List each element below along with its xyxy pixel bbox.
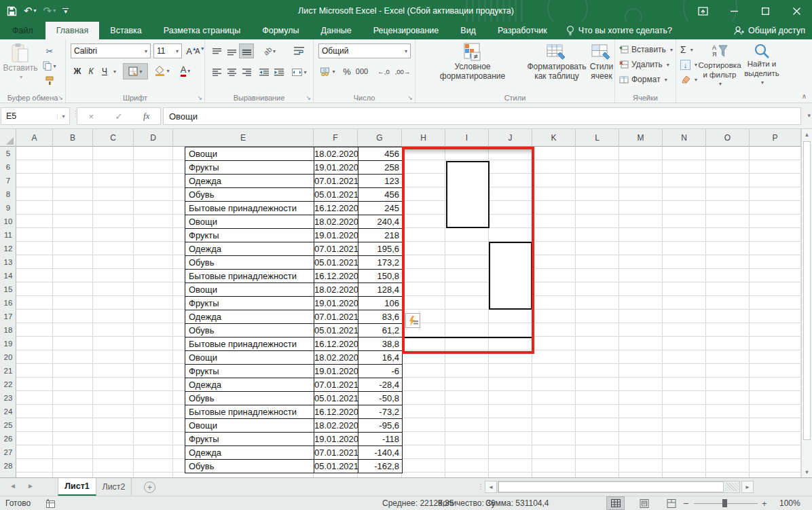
column-header-L[interactable]: L bbox=[576, 129, 619, 147]
quick-analysis-button[interactable] bbox=[405, 313, 420, 328]
cell-value[interactable]: -28,4 bbox=[358, 378, 403, 392]
number-format-select[interactable]: Общий▾ bbox=[318, 43, 411, 58]
row-header-7[interactable]: 7 bbox=[0, 174, 16, 187]
percent-button[interactable]: % bbox=[341, 64, 353, 79]
merge-center-button[interactable]: ▾ bbox=[288, 65, 311, 79]
cell-value[interactable]: -95,6 bbox=[358, 419, 403, 433]
cell-value[interactable]: 240,4 bbox=[358, 215, 403, 229]
cell-date[interactable]: 18.02.2020 bbox=[314, 419, 358, 433]
clear-button[interactable]: ▾ bbox=[680, 75, 697, 84]
row-header-9[interactable]: 9 bbox=[0, 201, 16, 215]
cell-value[interactable]: 106 bbox=[358, 297, 403, 310]
column-header-J[interactable]: J bbox=[489, 129, 532, 147]
format-cells-button[interactable]: Формат▾ bbox=[619, 75, 667, 84]
name-box[interactable]: E5 ▾ bbox=[1, 107, 70, 125]
tab-insert[interactable]: Вставка bbox=[99, 22, 152, 39]
cell-value[interactable]: 258 bbox=[358, 161, 403, 175]
align-right-button[interactable] bbox=[239, 65, 254, 79]
cell-value[interactable]: 38,8 bbox=[358, 338, 403, 351]
font-family-select[interactable]: Calibri▾ bbox=[71, 43, 151, 58]
font-color-button[interactable]: А ▾ bbox=[175, 63, 196, 78]
copy-button[interactable]: ▾ bbox=[42, 58, 57, 73]
delete-cells-button[interactable]: Удалить▾ bbox=[619, 60, 669, 69]
cell-date[interactable]: 19.01.2020 bbox=[314, 229, 358, 242]
row-header-28[interactable]: 28 bbox=[0, 459, 16, 473]
cell-category[interactable]: Фрукты bbox=[185, 161, 314, 175]
row-header-26[interactable]: 26 bbox=[0, 432, 16, 445]
dialog-launcher-icon[interactable]: ↘ bbox=[58, 94, 63, 101]
row-header-20[interactable]: 20 bbox=[0, 350, 16, 364]
cell-value[interactable]: -50,8 bbox=[358, 392, 403, 405]
row-header-15[interactable]: 15 bbox=[0, 283, 16, 296]
cell-category[interactable]: Овощи bbox=[185, 147, 314, 161]
row-header-5[interactable]: 5 bbox=[0, 147, 16, 160]
row-header-17[interactable]: 17 bbox=[0, 310, 16, 323]
increase-decimal-button[interactable]: ←,0 bbox=[375, 64, 392, 79]
row-header-12[interactable]: 12 bbox=[0, 242, 16, 255]
cut-button[interactable]: ✂ bbox=[42, 43, 57, 58]
row-header-10[interactable]: 10 bbox=[0, 215, 16, 228]
row-header-14[interactable]: 14 bbox=[0, 269, 16, 283]
tab-review[interactable]: Рецензирование bbox=[363, 22, 450, 39]
dialog-launcher-icon[interactable]: ↘ bbox=[197, 94, 202, 101]
cell-category[interactable]: Фрукты bbox=[185, 229, 314, 242]
tab-developer[interactable]: Разработчик bbox=[487, 22, 558, 39]
column-header-C[interactable]: C bbox=[93, 129, 134, 147]
row-header-21[interactable]: 21 bbox=[0, 364, 16, 378]
row-header-11[interactable]: 11 bbox=[0, 228, 16, 242]
cell-date[interactable]: 07.01.2021 bbox=[314, 242, 358, 256]
scrollbar-resize-grip[interactable] bbox=[725, 483, 739, 491]
dialog-launcher-icon[interactable]: ↘ bbox=[306, 94, 311, 101]
vertical-scrollbar[interactable]: ▲ ▼ bbox=[801, 129, 812, 477]
cell-date[interactable]: 07.01.2021 bbox=[314, 310, 358, 324]
cell-value[interactable]: 456 bbox=[358, 188, 403, 202]
cell-category[interactable]: Обувь bbox=[185, 392, 314, 405]
cell-value[interactable]: 218 bbox=[358, 229, 403, 242]
cell-date[interactable]: 05.01.2021 bbox=[314, 460, 358, 473]
cell-category[interactable]: Одежда bbox=[185, 446, 314, 460]
cell-category[interactable]: Бытовые принадлежности bbox=[185, 338, 314, 351]
horizontal-scroll-thumb[interactable] bbox=[498, 481, 724, 492]
column-header-I[interactable]: I bbox=[445, 129, 489, 147]
cell-date[interactable]: 16.12.2020 bbox=[314, 270, 358, 283]
insert-function-button[interactable]: fx bbox=[132, 108, 160, 124]
autosum-button[interactable]: Σ▾ bbox=[680, 44, 693, 55]
conditional-formatting-button[interactable]: ≠ Условное форматирование bbox=[421, 43, 524, 97]
align-center-button[interactable] bbox=[224, 65, 239, 79]
maximize-button[interactable] bbox=[750, 0, 781, 22]
dialog-launcher-icon[interactable]: ↘ bbox=[407, 94, 413, 101]
paste-button[interactable]: Вставить ▾ bbox=[3, 43, 38, 96]
comma-style-button[interactable]: 000 bbox=[353, 64, 371, 79]
row-header-13[interactable]: 13 bbox=[0, 255, 16, 269]
cell-category[interactable]: Овощи bbox=[185, 215, 314, 229]
cell-value[interactable]: 123 bbox=[358, 175, 403, 188]
cell-value[interactable]: -162,8 bbox=[358, 460, 403, 473]
cell-value[interactable]: 173,2 bbox=[358, 256, 403, 270]
cell-date[interactable]: 18.02.2020 bbox=[314, 283, 358, 297]
cell-styles-button[interactable]: Стили ячеек bbox=[589, 43, 614, 97]
cell-date[interactable]: 05.01.2021 bbox=[314, 188, 358, 202]
tab-formulas[interactable]: Формулы bbox=[251, 22, 310, 39]
align-top-button[interactable] bbox=[209, 44, 224, 59]
cell-date[interactable]: 07.01.2021 bbox=[314, 175, 358, 188]
orientation-button[interactable]: ab ▾ bbox=[258, 43, 281, 58]
font-size-select[interactable]: 11▾ bbox=[153, 43, 182, 58]
sheet-nav-left-icon[interactable]: ◄ bbox=[10, 482, 16, 490]
cell-category[interactable]: Фрукты bbox=[185, 433, 314, 446]
select-all-corner[interactable] bbox=[0, 129, 16, 147]
decrease-decimal-button[interactable]: ,00→ bbox=[394, 64, 411, 79]
column-header-F[interactable]: F bbox=[314, 129, 358, 147]
tab-split-grip[interactable]: ⋮ bbox=[477, 483, 484, 490]
add-sheet-button[interactable]: + bbox=[144, 481, 155, 493]
cell-date[interactable]: 18.02.2020 bbox=[314, 351, 358, 365]
column-header-G[interactable]: G bbox=[358, 129, 402, 147]
cell-category[interactable]: Овощи bbox=[185, 419, 314, 433]
status-sum[interactable]: Сумма: 531104,4 bbox=[485, 496, 549, 510]
format-as-table-button[interactable]: Форматировать как таблицу bbox=[525, 43, 588, 97]
formula-input[interactable]: Овощи bbox=[163, 107, 801, 125]
cell-date[interactable]: 18.02.2020 bbox=[314, 215, 358, 229]
find-select-button[interactable]: Найти и выделить▾ bbox=[743, 43, 781, 97]
cell-category[interactable]: Одежда bbox=[185, 242, 314, 256]
collapse-ribbon-icon[interactable]: ∧ bbox=[802, 92, 807, 100]
zoom-level[interactable]: 100% bbox=[779, 496, 800, 510]
